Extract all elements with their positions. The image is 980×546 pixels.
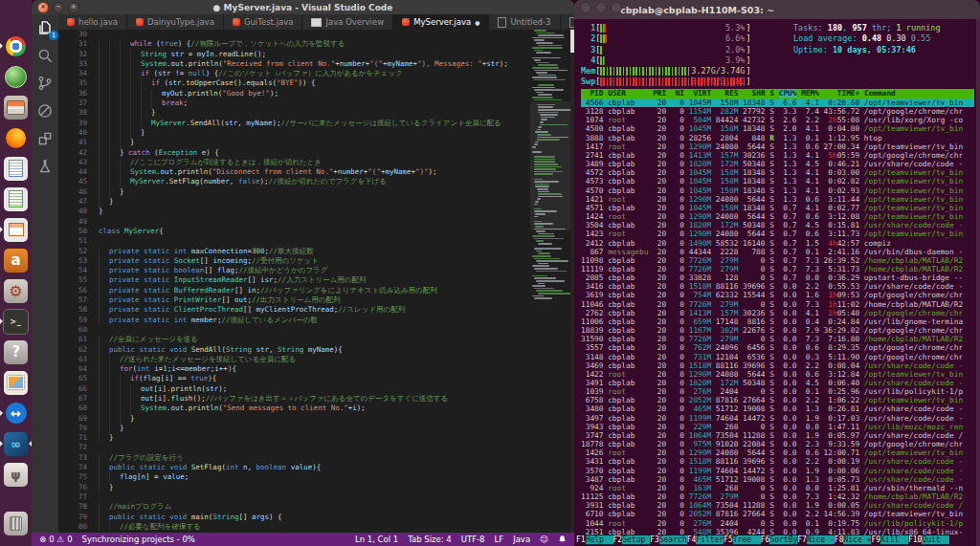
process-row-867[interactable]: 867 messagebu 20 0 44344 2228 788 S 0.7 … <box>581 248 974 256</box>
process-row-11125[interactable]: 11125 cbplab 20 0 7726M 279M 0 S 0.0 7.3… <box>581 492 974 501</box>
process-row-1044[interactable]: 1044 root 20 0 276M 2404 0 S 0.0 0.1 0:1… <box>581 519 974 528</box>
maximize-button[interactable] <box>611 2 622 13</box>
process-row-3489[interactable]: 3489 cbplab 20 0 1820M 172M 50348 S 1.3 … <box>581 160 974 168</box>
maximize-button[interactable]: + <box>68 2 79 13</box>
launcher-item-files[interactable] <box>0 92 32 122</box>
minimize-button[interactable] <box>595 2 607 13</box>
feedback-icon[interactable]: ☺ <box>540 535 548 544</box>
minimap-viewport[interactable] <box>530 101 572 230</box>
process-row-3557[interactable]: 3557 cbplab 20 0 762M 24096 6456 S 0.0 0… <box>581 343 974 352</box>
fkey-F8[interactable]: F8Nice + <box>835 535 872 545</box>
process-row-11006[interactable]: 11006 cbplab 20 0 659M 17148 8816 S 0.0 … <box>581 317 974 326</box>
process-row-3128[interactable]: 3128 cbplab 20 0 1154M 282M 27792 S 3.3 … <box>581 107 974 116</box>
process-row-2085[interactable]: 2085 cbplab 20 0 33828 128 0 S 0.7 0.0 0… <box>581 273 974 282</box>
process-row-924[interactable]: 924 root 20 0 163M 268 0 S 0.0 0.0 1:25.… <box>581 484 974 492</box>
language-mode[interactable]: Java <box>513 535 530 544</box>
process-row-1074[interactable]: 1074 root 20 0 504M 84424 42732 S 2.6 2.… <box>581 116 974 124</box>
tab-GuiTest.java[interactable]: GuiTest.java <box>224 14 303 30</box>
process-row-3480[interactable]: 3480 cbplab 20 0 465M 51712 19008 S 0.0 … <box>581 404 974 413</box>
fkey-F10[interactable]: F10Quit <box>908 535 949 545</box>
launcher-item-photos[interactable] <box>0 367 32 398</box>
process-row-1039[interactable]: 1039 root 20 0 276M 2404 0 S 0.0 0.1 0:2… <box>581 387 974 396</box>
process-row-18839[interactable]: 18839 cbplab 20 0 1167M 302M 22676 S 0.0… <box>581 326 974 335</box>
column-TIME+[interactable]: TIME+ <box>824 89 860 98</box>
fkey-F6[interactable]: F6SortBy <box>761 535 798 545</box>
tab-size[interactable]: Tab Size: 4 <box>408 535 452 544</box>
process-row-4573[interactable]: 4573 cbplab 20 0 1045M 158M 18348 S 1.3 … <box>581 177 974 186</box>
launcher-item-trash[interactable] <box>0 508 32 538</box>
process-row-4566[interactable]: 4566 cbplab 20 0 1045M 158M 18348 S 6.6 … <box>581 98 974 107</box>
process-row-3888[interactable]: 3888 cbplab 20 0 28256 2804 848 R 1.3 0.… <box>581 134 974 142</box>
process-row-31590[interactable]: 31590 cbplab 20 0 7726M 279M 0 S 0.0 7.3… <box>581 335 974 343</box>
process-row-11098[interactable]: 11098 cbplab 20 0 7726M 279M 0 S 0.7 7.3… <box>581 256 974 265</box>
process-row-2412[interactable]: 2412 cbplab 20 0 1490M 58532 16140 S 0.7… <box>581 239 974 248</box>
launcher-item-chrome[interactable] <box>0 31 32 61</box>
launcher-item-ubuntu-dash[interactable] <box>0 0 32 31</box>
column-RES[interactable]: RES <box>716 89 738 98</box>
process-row-4570[interactable]: 4570 cbplab 20 0 1045M 158M 18348 S 1.3 … <box>581 186 974 195</box>
code-editor[interactable]: 3031while (true) {//無限ループで，ソケットへの入力を監視する… <box>58 30 574 533</box>
activity-extensions-icon[interactable] <box>35 129 55 148</box>
process-row-1417[interactable]: 1417 root 20 0 1290M 24080 5644 S 1.3 0.… <box>581 142 974 151</box>
launcher-item-amazon[interactable]: a <box>0 245 32 275</box>
terminal-scrollbar[interactable] <box>976 19 980 546</box>
launcher-item-vscode[interactable]: ∞ <box>0 428 32 459</box>
problems-indicator[interactable]: ⊗ 0 ⚠ 0 <box>39 535 73 544</box>
column-VIRT[interactable]: VIRT <box>689 89 711 98</box>
process-row-1423[interactable]: 1423 root 20 0 1290M 24080 5644 S 0.7 0.… <box>581 229 974 238</box>
column-MEM%[interactable]: MEM% <box>801 89 819 98</box>
activity-explorer-icon[interactable]: 1 <box>35 18 55 37</box>
code-pane[interactable]: 3031while (true) {//無限ループで，ソケットへの入力を監視する… <box>58 30 530 533</box>
process-row-18778[interactable]: 18778 cbplab 20 0 975M 91020 22084 S 0.0… <box>581 440 974 448</box>
process-row-3497[interactable]: 3497 cbplab 20 0 1199M 74604 14472 S 0.0… <box>581 414 974 423</box>
cursor-position[interactable]: Ln 1, Col 1 <box>355 535 398 544</box>
column-PRI[interactable]: PRI <box>653 89 666 98</box>
process-row-6710[interactable]: 6710 cbplab 20 0 2052M 87816 27664 S 0.0… <box>581 510 974 518</box>
launcher-item-firefox[interactable] <box>0 122 32 153</box>
process-row-1421[interactable]: 1421 root 20 0 1290M 24080 5644 S 1.3 0.… <box>581 195 974 204</box>
launcher-item-help[interactable]: ? <box>0 337 32 367</box>
close-button[interactable]: × <box>37 2 49 13</box>
process-row-1422[interactable]: 1422 root 20 0 1290M 24080 5644 S 0.0 0.… <box>581 370 974 379</box>
process-row-1426[interactable]: 1426 root 20 0 1290M 24080 5644 S 0.0 0.… <box>581 448 974 457</box>
minimap[interactable] <box>532 30 570 533</box>
column-USER[interactable]: USER <box>608 89 648 98</box>
process-row-3504[interactable]: 3504 cbplab 20 0 1820M 172M 50348 S 0.7 … <box>581 221 974 229</box>
tab-DainyuType.java[interactable]: DainyuType.java <box>127 14 224 30</box>
activity-source-control-icon[interactable] <box>35 74 55 93</box>
process-row-3619[interactable]: 3619 cbplab 20 0 754M 62332 15544 S 0.0 … <box>581 291 974 299</box>
terminal-titlebar[interactable]: cbplab@cbplab-H110M-S03: ~ <box>574 0 980 19</box>
activity-test-icon[interactable] <box>35 157 55 176</box>
process-row-3469[interactable]: 3469 cbplab 20 0 1518M 88116 39696 S 0.0… <box>581 361 974 370</box>
htop-table-header[interactable]: PID USER PRI NI VIRT RES SHR S CPU% MEM%… <box>581 89 974 98</box>
eol[interactable]: LF <box>495 535 504 544</box>
launcher-item-usb[interactable]: ψ <box>0 459 32 490</box>
process-row-3931[interactable]: 3931 cbplab 20 0 1064M 73504 11288 S 0.0… <box>581 501 974 510</box>
fkey-F7[interactable]: F7Nice - <box>797 535 835 545</box>
process-row-3570[interactable]: 3570 cbplab 20 0 1199M 74604 14472 S 0.0… <box>581 467 974 475</box>
column-CPU%[interactable]: CPU% <box>779 89 797 98</box>
process-row-3943[interactable]: 3943 cbplab 20 0 229M 260 0 S 0.0 0.0 1:… <box>581 423 974 431</box>
process-row-3747[interactable]: 3747 cbplab 20 0 1064M 73504 11288 S 0.0… <box>581 431 974 440</box>
minimize-button[interactable]: − <box>53 2 64 13</box>
launcher-item-settings[interactable]: ⚙ <box>0 275 32 306</box>
process-row-3148[interactable]: 3148 cbplab 20 0 731M 12104 6536 S 0.0 0… <box>581 353 974 361</box>
launcher-item-terminal[interactable]: >_ <box>0 306 32 337</box>
fkey-F5[interactable]: F5Tree <box>724 535 761 545</box>
column-NI[interactable]: NI <box>671 89 684 98</box>
process-row-11046[interactable]: 11046 cbplab 20 0 7726M 279M 0 S 0.0 7.3… <box>581 300 974 309</box>
launcher-item-teamviewer[interactable]: ↔ <box>0 398 32 428</box>
launcher-item-impress[interactable] <box>0 214 32 245</box>
tab-Java Overview[interactable]: Java Overview <box>302 14 393 30</box>
launcher-item-calc[interactable] <box>0 184 32 214</box>
bell-icon[interactable] <box>558 535 567 544</box>
fkey-F1[interactable]: F1Help <box>576 535 613 545</box>
fkey-F3[interactable]: F3Search <box>650 535 687 545</box>
launcher-item-globe[interactable] <box>0 61 32 92</box>
close-button[interactable] <box>580 2 591 13</box>
process-row-1424[interactable]: 1424 root 20 0 1290M 24080 5644 S 0.7 0.… <box>581 212 974 221</box>
column-SHR[interactable]: SHR <box>743 89 765 98</box>
fkey-F2[interactable]: F2Setup <box>613 535 651 545</box>
tab-Untitled-3[interactable]: Untitled-3 <box>489 14 560 30</box>
column-Command[interactable]: Command <box>864 89 896 98</box>
